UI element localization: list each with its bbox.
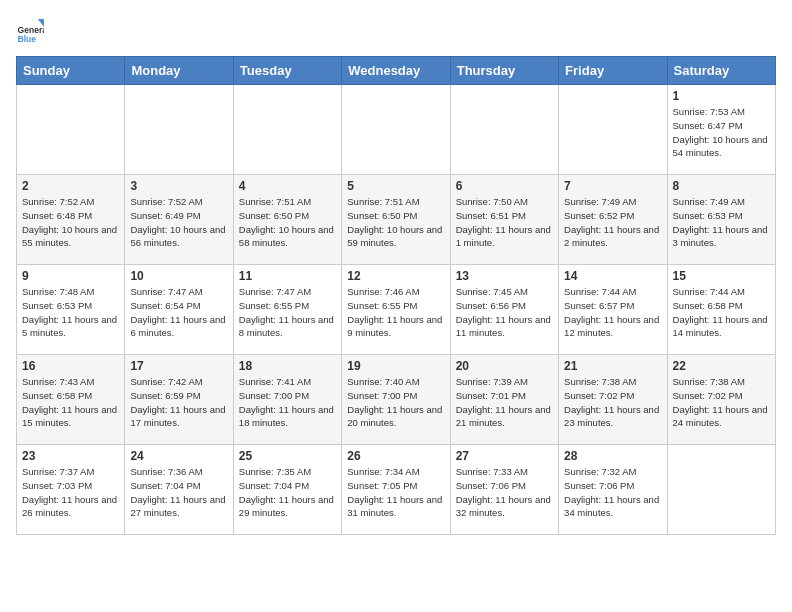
cell-info: Sunrise: 7:35 AM Sunset: 7:04 PM Dayligh… (239, 465, 336, 520)
calendar-cell: 27Sunrise: 7:33 AM Sunset: 7:06 PM Dayli… (450, 445, 558, 535)
day-number: 15 (673, 269, 770, 283)
day-number: 7 (564, 179, 661, 193)
cell-info: Sunrise: 7:34 AM Sunset: 7:05 PM Dayligh… (347, 465, 444, 520)
cell-info: Sunrise: 7:46 AM Sunset: 6:55 PM Dayligh… (347, 285, 444, 340)
calendar-cell: 2Sunrise: 7:52 AM Sunset: 6:48 PM Daylig… (17, 175, 125, 265)
calendar-cell (233, 85, 341, 175)
calendar-header-row: SundayMondayTuesdayWednesdayThursdayFrid… (17, 57, 776, 85)
day-number: 11 (239, 269, 336, 283)
day-number: 12 (347, 269, 444, 283)
col-header-monday: Monday (125, 57, 233, 85)
calendar-week-4: 23Sunrise: 7:37 AM Sunset: 7:03 PM Dayli… (17, 445, 776, 535)
cell-info: Sunrise: 7:38 AM Sunset: 7:02 PM Dayligh… (564, 375, 661, 430)
day-number: 8 (673, 179, 770, 193)
cell-info: Sunrise: 7:49 AM Sunset: 6:52 PM Dayligh… (564, 195, 661, 250)
day-number: 20 (456, 359, 553, 373)
calendar-week-1: 2Sunrise: 7:52 AM Sunset: 6:48 PM Daylig… (17, 175, 776, 265)
calendar-cell: 13Sunrise: 7:45 AM Sunset: 6:56 PM Dayli… (450, 265, 558, 355)
cell-info: Sunrise: 7:53 AM Sunset: 6:47 PM Dayligh… (673, 105, 770, 160)
cell-info: Sunrise: 7:42 AM Sunset: 6:59 PM Dayligh… (130, 375, 227, 430)
col-header-friday: Friday (559, 57, 667, 85)
cell-info: Sunrise: 7:50 AM Sunset: 6:51 PM Dayligh… (456, 195, 553, 250)
day-number: 19 (347, 359, 444, 373)
col-header-wednesday: Wednesday (342, 57, 450, 85)
calendar-cell: 5Sunrise: 7:51 AM Sunset: 6:50 PM Daylig… (342, 175, 450, 265)
cell-info: Sunrise: 7:38 AM Sunset: 7:02 PM Dayligh… (673, 375, 770, 430)
calendar-cell: 6Sunrise: 7:50 AM Sunset: 6:51 PM Daylig… (450, 175, 558, 265)
cell-info: Sunrise: 7:43 AM Sunset: 6:58 PM Dayligh… (22, 375, 119, 430)
calendar-cell: 16Sunrise: 7:43 AM Sunset: 6:58 PM Dayli… (17, 355, 125, 445)
calendar-week-0: 1Sunrise: 7:53 AM Sunset: 6:47 PM Daylig… (17, 85, 776, 175)
col-header-saturday: Saturday (667, 57, 775, 85)
day-number: 6 (456, 179, 553, 193)
col-header-tuesday: Tuesday (233, 57, 341, 85)
col-header-thursday: Thursday (450, 57, 558, 85)
day-number: 27 (456, 449, 553, 463)
calendar-cell: 26Sunrise: 7:34 AM Sunset: 7:05 PM Dayli… (342, 445, 450, 535)
cell-info: Sunrise: 7:41 AM Sunset: 7:00 PM Dayligh… (239, 375, 336, 430)
cell-info: Sunrise: 7:36 AM Sunset: 7:04 PM Dayligh… (130, 465, 227, 520)
calendar-cell: 4Sunrise: 7:51 AM Sunset: 6:50 PM Daylig… (233, 175, 341, 265)
cell-info: Sunrise: 7:49 AM Sunset: 6:53 PM Dayligh… (673, 195, 770, 250)
calendar-table: SundayMondayTuesdayWednesdayThursdayFrid… (16, 56, 776, 535)
page-header: General Blue (16, 16, 776, 44)
day-number: 3 (130, 179, 227, 193)
cell-info: Sunrise: 7:39 AM Sunset: 7:01 PM Dayligh… (456, 375, 553, 430)
calendar-cell: 12Sunrise: 7:46 AM Sunset: 6:55 PM Dayli… (342, 265, 450, 355)
day-number: 17 (130, 359, 227, 373)
day-number: 1 (673, 89, 770, 103)
calendar-cell: 21Sunrise: 7:38 AM Sunset: 7:02 PM Dayli… (559, 355, 667, 445)
cell-info: Sunrise: 7:47 AM Sunset: 6:55 PM Dayligh… (239, 285, 336, 340)
calendar-cell: 20Sunrise: 7:39 AM Sunset: 7:01 PM Dayli… (450, 355, 558, 445)
cell-info: Sunrise: 7:40 AM Sunset: 7:00 PM Dayligh… (347, 375, 444, 430)
cell-info: Sunrise: 7:52 AM Sunset: 6:49 PM Dayligh… (130, 195, 227, 250)
cell-info: Sunrise: 7:44 AM Sunset: 6:58 PM Dayligh… (673, 285, 770, 340)
day-number: 5 (347, 179, 444, 193)
day-number: 23 (22, 449, 119, 463)
day-number: 24 (130, 449, 227, 463)
cell-info: Sunrise: 7:48 AM Sunset: 6:53 PM Dayligh… (22, 285, 119, 340)
calendar-week-3: 16Sunrise: 7:43 AM Sunset: 6:58 PM Dayli… (17, 355, 776, 445)
calendar-cell: 3Sunrise: 7:52 AM Sunset: 6:49 PM Daylig… (125, 175, 233, 265)
cell-info: Sunrise: 7:52 AM Sunset: 6:48 PM Dayligh… (22, 195, 119, 250)
calendar-cell: 9Sunrise: 7:48 AM Sunset: 6:53 PM Daylig… (17, 265, 125, 355)
day-number: 10 (130, 269, 227, 283)
cell-info: Sunrise: 7:47 AM Sunset: 6:54 PM Dayligh… (130, 285, 227, 340)
cell-info: Sunrise: 7:51 AM Sunset: 6:50 PM Dayligh… (347, 195, 444, 250)
day-number: 26 (347, 449, 444, 463)
day-number: 9 (22, 269, 119, 283)
logo: General Blue (16, 16, 44, 44)
calendar-cell: 1Sunrise: 7:53 AM Sunset: 6:47 PM Daylig… (667, 85, 775, 175)
calendar-cell: 23Sunrise: 7:37 AM Sunset: 7:03 PM Dayli… (17, 445, 125, 535)
calendar-cell (450, 85, 558, 175)
calendar-cell: 28Sunrise: 7:32 AM Sunset: 7:06 PM Dayli… (559, 445, 667, 535)
calendar-cell: 17Sunrise: 7:42 AM Sunset: 6:59 PM Dayli… (125, 355, 233, 445)
calendar-cell: 18Sunrise: 7:41 AM Sunset: 7:00 PM Dayli… (233, 355, 341, 445)
svg-text:Blue: Blue (18, 34, 37, 44)
col-header-sunday: Sunday (17, 57, 125, 85)
day-number: 16 (22, 359, 119, 373)
calendar-week-2: 9Sunrise: 7:48 AM Sunset: 6:53 PM Daylig… (17, 265, 776, 355)
logo-icon: General Blue (16, 16, 44, 44)
calendar-cell: 15Sunrise: 7:44 AM Sunset: 6:58 PM Dayli… (667, 265, 775, 355)
cell-info: Sunrise: 7:37 AM Sunset: 7:03 PM Dayligh… (22, 465, 119, 520)
calendar-cell: 11Sunrise: 7:47 AM Sunset: 6:55 PM Dayli… (233, 265, 341, 355)
calendar-cell: 7Sunrise: 7:49 AM Sunset: 6:52 PM Daylig… (559, 175, 667, 265)
calendar-cell: 14Sunrise: 7:44 AM Sunset: 6:57 PM Dayli… (559, 265, 667, 355)
day-number: 14 (564, 269, 661, 283)
day-number: 4 (239, 179, 336, 193)
calendar-cell (17, 85, 125, 175)
calendar-cell: 22Sunrise: 7:38 AM Sunset: 7:02 PM Dayli… (667, 355, 775, 445)
day-number: 28 (564, 449, 661, 463)
cell-info: Sunrise: 7:32 AM Sunset: 7:06 PM Dayligh… (564, 465, 661, 520)
calendar-cell (559, 85, 667, 175)
cell-info: Sunrise: 7:51 AM Sunset: 6:50 PM Dayligh… (239, 195, 336, 250)
calendar-cell: 19Sunrise: 7:40 AM Sunset: 7:00 PM Dayli… (342, 355, 450, 445)
day-number: 22 (673, 359, 770, 373)
day-number: 2 (22, 179, 119, 193)
cell-info: Sunrise: 7:45 AM Sunset: 6:56 PM Dayligh… (456, 285, 553, 340)
day-number: 25 (239, 449, 336, 463)
cell-info: Sunrise: 7:33 AM Sunset: 7:06 PM Dayligh… (456, 465, 553, 520)
day-number: 21 (564, 359, 661, 373)
calendar-cell: 25Sunrise: 7:35 AM Sunset: 7:04 PM Dayli… (233, 445, 341, 535)
